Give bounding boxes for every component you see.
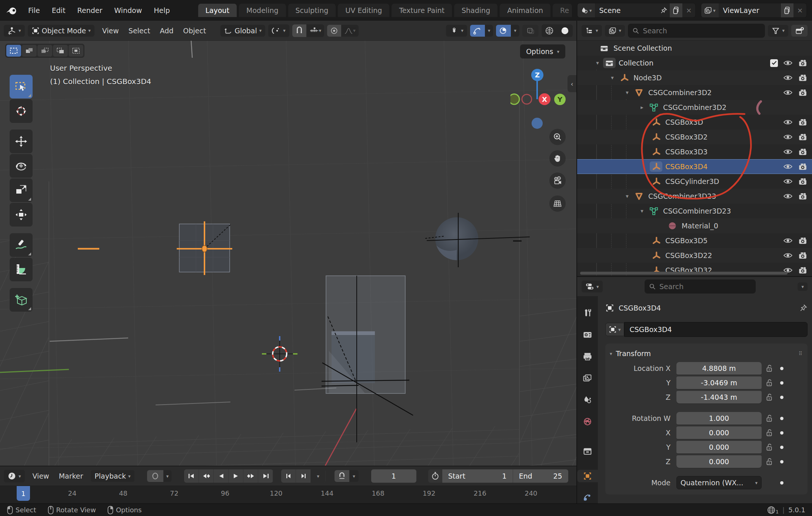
chevron-down-icon[interactable]: ▾ xyxy=(622,193,633,200)
outliner-item-label[interactable]: CSGCombiner3D2 xyxy=(648,88,712,97)
outliner-row-material_0[interactable]: Material_0 xyxy=(577,218,812,233)
copy-scene-button[interactable] xyxy=(670,3,682,17)
camera-icon[interactable] xyxy=(798,192,808,200)
lock-open-icon[interactable] xyxy=(762,393,777,401)
viewport-options-button[interactable]: Options▾ xyxy=(520,44,565,58)
top-menu-file[interactable]: File xyxy=(22,4,46,17)
outliner-row-csgbox3d2[interactable]: CSGBox3D2 xyxy=(577,130,812,144)
camera-icon[interactable] xyxy=(798,251,808,259)
timeline-menu-view[interactable]: View xyxy=(28,470,54,482)
workspace-tab-animation[interactable]: Animation xyxy=(500,4,550,17)
eye-icon[interactable] xyxy=(783,88,793,97)
chevron-down-icon[interactable]: ▾ xyxy=(636,208,648,214)
show-gizmos-toggle[interactable] xyxy=(470,25,485,37)
camera-view-button[interactable] xyxy=(549,172,566,189)
frame-step-dropdown[interactable]: ▾ xyxy=(311,469,326,483)
outliner-row-csgcombiner3d23[interactable]: ▾CSGCombiner3D23 xyxy=(577,204,812,218)
outliner-row-csgcombiner3d23[interactable]: ▾CSGCombiner3D23 xyxy=(577,189,812,204)
top-menu-window[interactable]: Window xyxy=(108,4,148,17)
top-menu-render[interactable]: Render xyxy=(71,4,109,17)
outliner-item-label[interactable]: CSGCylinder3D xyxy=(665,177,719,185)
select-mode-extend[interactable] xyxy=(22,45,37,57)
lock-open-icon[interactable] xyxy=(762,458,777,466)
outliner-scrollbar[interactable] xyxy=(580,272,788,275)
camera-icon[interactable] xyxy=(798,148,808,156)
eye-icon[interactable] xyxy=(783,192,793,200)
properties-search-input[interactable] xyxy=(659,282,751,291)
render-tab[interactable] xyxy=(577,328,598,341)
transform-value-field[interactable]: 0.000 xyxy=(676,441,762,453)
transform-value-field[interactable]: -3.0469 m xyxy=(676,376,762,389)
eye-icon[interactable] xyxy=(783,237,793,245)
editor-type-outliner-button[interactable]: ▾ xyxy=(582,25,602,37)
move-tool[interactable] xyxy=(10,130,33,153)
eye-icon[interactable] xyxy=(783,118,793,126)
outliner-row-csgbox3d5[interactable]: CSGBox3D5 xyxy=(577,233,812,248)
chevron-right-icon[interactable]: ▸ xyxy=(636,104,648,111)
viewport-menu-select[interactable]: Select xyxy=(124,25,155,37)
jump-to-end-button[interactable] xyxy=(258,469,273,483)
properties-search[interactable] xyxy=(645,279,756,294)
object-tab[interactable] xyxy=(577,470,598,483)
editor-type-timeline-button[interactable]: ▾ xyxy=(4,470,25,482)
transform-value-field[interactable]: 1.000 xyxy=(676,412,762,425)
camera-icon[interactable] xyxy=(798,266,808,274)
chevron-down-icon[interactable]: ▾ xyxy=(592,60,603,66)
mode-dropdown[interactable]: Object Mode ▾ xyxy=(28,25,94,37)
timeline-snap-magnet-toggle[interactable] xyxy=(335,470,349,482)
scene-selector[interactable]: ▾ Scene ✕ xyxy=(577,3,696,18)
stopwatch-icon[interactable] xyxy=(428,469,442,483)
show-object-types-dropdown[interactable]: ▾ xyxy=(446,25,467,37)
close-scene-icon[interactable]: ✕ xyxy=(682,7,695,14)
eye-icon[interactable] xyxy=(783,177,793,185)
outliner-row-csgcylinder3d[interactable]: CSGCylinder3D xyxy=(577,174,812,189)
viewport-3d[interactable]: User Perspective (1) Collection | CSGBox… xyxy=(0,41,576,466)
keying-dropdown[interactable]: ▾ xyxy=(163,472,172,481)
gizmos-dropdown[interactable]: ▾ xyxy=(485,26,493,35)
lock-open-icon[interactable] xyxy=(762,443,777,451)
proportional-editing-toggle[interactable] xyxy=(327,25,341,37)
chevron-down-icon[interactable]: ▾ xyxy=(622,89,633,96)
output-tab[interactable] xyxy=(577,350,598,363)
checkbox-icon[interactable] xyxy=(770,59,778,67)
viewlayer-selector[interactable]: ▾ ViewLayer ✕ xyxy=(701,3,807,18)
outliner-item-label[interactable]: CSGBox3D xyxy=(665,118,703,126)
timeline-ruler[interactable]: 1 24487296120144168192216240 xyxy=(0,486,576,503)
eye-icon[interactable] xyxy=(783,148,793,156)
outliner-row-node3d[interactable]: ▾Node3D xyxy=(577,70,812,85)
workspace-tab-sculpting[interactable]: Sculpting xyxy=(288,4,336,17)
viewport-menu-object[interactable]: Object xyxy=(178,25,211,37)
snap-to-dropdown[interactable]: ▾ xyxy=(306,25,325,37)
scene-name[interactable]: Scene xyxy=(595,6,658,14)
outliner-item-label[interactable]: CSGCombiner3D23 xyxy=(663,207,731,215)
outliner-row-scene collection[interactable]: Scene Collection xyxy=(577,41,812,56)
pin-id-icon[interactable] xyxy=(799,304,808,312)
frame-back-button[interactable] xyxy=(281,469,296,483)
world-tab[interactable] xyxy=(577,415,598,428)
workspace-tab-uv-editing[interactable]: UV Editing xyxy=(338,4,389,17)
camera-icon[interactable] xyxy=(798,177,808,185)
frame-forward-button[interactable] xyxy=(296,469,311,483)
top-menu-edit[interactable]: Edit xyxy=(46,4,71,17)
current-frame-field[interactable]: 1 xyxy=(371,469,416,483)
copy-viewlayer-button[interactable] xyxy=(781,3,793,17)
zoom-button[interactable] xyxy=(549,129,566,145)
outliner-item-label[interactable]: Scene Collection xyxy=(613,44,672,52)
snap-magnet-toggle[interactable] xyxy=(292,24,306,37)
cursor-tool[interactable] xyxy=(10,99,33,123)
eye-icon[interactable] xyxy=(783,133,793,141)
playhead[interactable]: 1 xyxy=(17,486,30,501)
transform-value-field[interactable]: 0.000 xyxy=(676,455,762,468)
lock-open-icon[interactable] xyxy=(762,429,777,437)
rotate-tool[interactable] xyxy=(10,154,33,178)
annotate-tool[interactable] xyxy=(10,233,33,257)
viewport-menu-add[interactable]: Add xyxy=(155,25,178,37)
pan-hand-button[interactable] xyxy=(549,150,566,167)
viewlayer-tab[interactable] xyxy=(577,372,598,385)
select-mode-new[interactable] xyxy=(6,45,21,57)
properties-options-dropdown[interactable]: ▾ xyxy=(798,282,808,291)
add-cube-tool[interactable] xyxy=(10,288,33,312)
eye-icon[interactable] xyxy=(783,74,793,82)
outliner-item-label[interactable]: CSGBox3D2 xyxy=(665,133,708,141)
show-overlays-toggle[interactable] xyxy=(496,25,511,37)
